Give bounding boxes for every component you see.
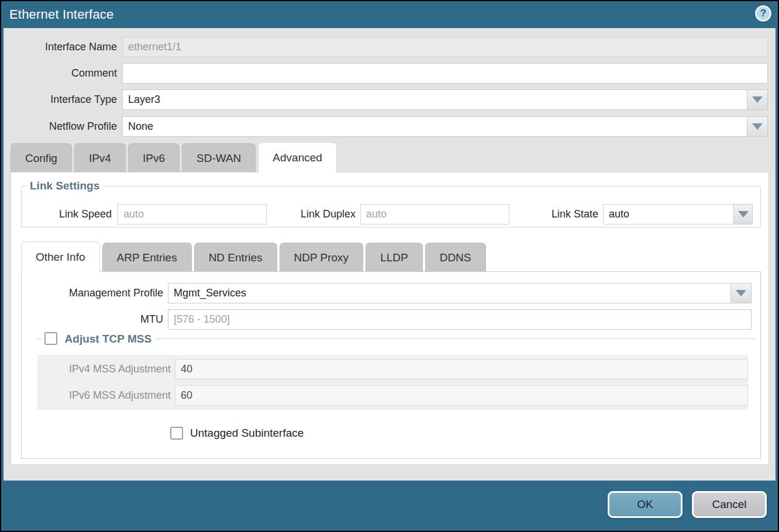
netflow-profile-row: Netflow Profile — [4, 116, 768, 137]
ipv6-mss-field — [175, 385, 748, 406]
adjust-tcp-mss-label: Adjust TCP MSS — [65, 333, 152, 345]
management-profile-dropdown[interactable] — [168, 283, 752, 303]
tab-ddns[interactable]: DDNS — [425, 243, 486, 272]
chevron-down-icon — [738, 211, 749, 217]
interface-name-label: Interface Name — [4, 37, 117, 57]
dialog-footer: OK Cancel — [608, 491, 767, 518]
mtu-row: MTU — [22, 309, 759, 330]
advanced-tab-panel: Link Settings Link Speed Link Duplex Lin… — [11, 172, 769, 465]
link-state-label: Link State — [540, 204, 598, 224]
ipv6-mss-label: IPv6 MSS Adjustment — [37, 385, 171, 406]
management-profile-label: Management Profile — [22, 283, 163, 303]
mtu-label: MTU — [22, 309, 163, 330]
netflow-profile-label: Netflow Profile — [4, 116, 117, 137]
link-settings-legend: Link Settings — [26, 179, 103, 192]
interface-type-dropdown-button[interactable] — [747, 89, 768, 110]
chevron-down-icon — [736, 290, 746, 296]
interface-type-dropdown[interactable] — [122, 89, 768, 110]
interface-type-row: Interface Type — [4, 89, 768, 110]
netflow-profile-value[interactable] — [122, 116, 747, 137]
netflow-profile-dropdown-button[interactable] — [747, 116, 768, 137]
link-state-value[interactable] — [603, 204, 733, 224]
comment-label: Comment — [4, 63, 117, 84]
tab-arp-entries[interactable]: ARP Entries — [102, 243, 192, 272]
comment-field[interactable] — [122, 63, 768, 84]
mtu-field[interactable] — [168, 309, 752, 330]
tab-nd-entries[interactable]: ND Entries — [194, 243, 277, 272]
ipv4-mss-label: IPv4 MSS Adjustment — [37, 359, 171, 379]
other-info-panel: Management Profile MTU Adjust — [21, 271, 761, 459]
adjust-tcp-mss-fieldset: Adjust TCP MSS — [36, 332, 756, 346]
interface-name-row: Interface Name — [4, 37, 768, 57]
tab-sdwan[interactable]: SD-WAN — [182, 143, 256, 172]
dialog-title: Ethernet Interface — [9, 7, 113, 22]
ethernet-interface-dialog: Ethernet Interface ? Interface Name Comm… — [1, 1, 778, 531]
tab-ndp-proxy[interactable]: NDP Proxy — [280, 243, 364, 272]
management-profile-row: Management Profile — [22, 283, 759, 303]
mss-adjustment-panel: IPv4 MSS Adjustment IPv6 MSS Adjustment — [37, 355, 748, 410]
adjust-tcp-mss-legend: Adjust TCP MSS — [41, 332, 155, 346]
comment-row: Comment — [4, 63, 768, 84]
ipv4-mss-field — [175, 359, 748, 379]
ipv4-mss-row: IPv4 MSS Adjustment — [37, 359, 748, 379]
tab-ipv6[interactable]: IPv6 — [128, 143, 180, 172]
chevron-down-icon — [752, 96, 763, 103]
management-profile-dropdown-button[interactable] — [730, 283, 752, 303]
ipv6-mss-row: IPv6 MSS Adjustment — [37, 385, 748, 406]
dialog-body: Interface Name Comment Interface Type Ne… — [4, 28, 775, 481]
tab-config[interactable]: Config — [11, 143, 72, 172]
interface-type-value[interactable] — [122, 89, 747, 110]
interface-type-label: Interface Type — [4, 89, 117, 110]
help-icon[interactable]: ? — [755, 5, 771, 22]
link-state-row: Link State — [11, 204, 754, 224]
link-state-dropdown-button[interactable] — [733, 204, 753, 224]
main-tab-strip: Config IPv4 IPv6 SD-WAN Advanced — [11, 142, 339, 172]
tab-ipv4[interactable]: IPv4 — [74, 143, 126, 172]
management-profile-value[interactable] — [168, 283, 730, 303]
sub-tab-strip: Other Info ARP Entries ND Entries NDP Pr… — [21, 243, 488, 272]
tab-other-info[interactable]: Other Info — [21, 241, 100, 272]
cancel-button[interactable]: Cancel — [692, 491, 767, 518]
untagged-subinterface-checkbox[interactable] — [170, 427, 183, 440]
adjust-tcp-mss-checkbox[interactable] — [44, 332, 57, 345]
untagged-subinterface-row: Untagged Subinterface — [170, 426, 304, 441]
interface-name-field — [122, 37, 768, 57]
ok-button[interactable]: OK — [608, 491, 683, 518]
untagged-subinterface-label: Untagged Subinterface — [190, 427, 304, 440]
chevron-down-icon — [752, 123, 763, 130]
tab-lldp[interactable]: LLDP — [366, 243, 423, 272]
netflow-profile-dropdown[interactable] — [122, 116, 768, 137]
tab-advanced[interactable]: Advanced — [258, 142, 337, 172]
title-bar: Ethernet Interface ? — [1, 1, 778, 28]
